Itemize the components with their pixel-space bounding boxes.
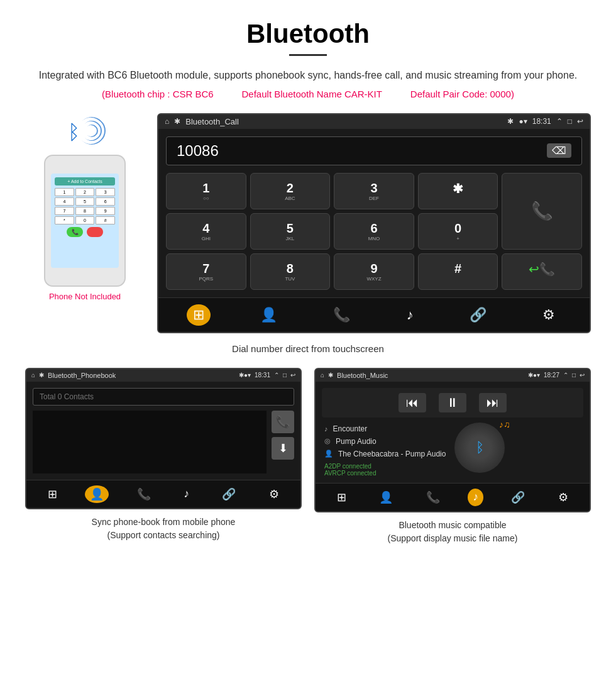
mu-link-icon[interactable]: 🔗: [506, 489, 530, 506]
pb-time: 18:31: [255, 372, 270, 379]
key-6[interactable]: 6MNO: [334, 213, 414, 250]
key-2[interactable]: 2ABC: [250, 173, 331, 209]
bt-icon-status: ✱: [507, 117, 514, 126]
track-person-icon: 👤: [324, 450, 333, 458]
mu-back: ↩: [580, 372, 585, 379]
mu-window: □: [572, 372, 576, 379]
dial-clock: 18:31: [532, 117, 551, 126]
phone-screen: + Add to Contacts 1 2 3 4 5 6 7 8 9 * 0 …: [51, 174, 119, 268]
mu-callhist-icon[interactable]: 📞: [421, 489, 445, 506]
music-controls: ⏮ ⏸ ⏭: [322, 388, 583, 418]
key-9[interactable]: 9WXYZ: [334, 253, 414, 290]
pb-link-icon[interactable]: 🔗: [217, 485, 241, 503]
settings-icon[interactable]: ⚙: [536, 304, 561, 326]
pb-bt-icon: ✱: [39, 372, 44, 379]
page-description: Integrated with BC6 Bluetooth module, su…: [25, 67, 591, 84]
phone-key-8: 8: [75, 207, 95, 215]
window-icon: □: [568, 117, 572, 126]
play-pause-button[interactable]: ⏸: [439, 393, 466, 412]
track-2-name: Pump Audio: [336, 437, 377, 446]
mu-home-icon: ⌂: [321, 372, 324, 379]
pb-back: ↩: [290, 372, 295, 379]
phonebook-screen: ⌂ ✱ Bluetooth_Phonebook ✱●▾ 18:31 ⌃ □ ↩ …: [25, 368, 302, 509]
car-dial-content: 10086 ⌫ 1○○ 2ABC 3DEF ✱ 📞 4GHI 5JKL 6MNO…: [158, 129, 590, 297]
phonebook-title: Bluetooth_Phonebook: [48, 372, 235, 379]
phone-key-9: 9: [96, 207, 115, 215]
mu-bt-icon: ✱: [328, 372, 333, 379]
music-bottombar: ⊞ 👤 📞 ♪ 🔗 ⚙: [316, 483, 590, 511]
car-dial-statusbar: ⌂ ✱ Bluetooth_Call ✱ ●▾ 18:31 ⌃ □ ↩: [158, 114, 590, 129]
track-note-icon: ♪: [324, 425, 328, 433]
phone-key-2: 2: [75, 188, 95, 196]
key-4[interactable]: 4GHI: [166, 213, 246, 250]
pb-settings-icon[interactable]: ⚙: [264, 485, 284, 503]
track-1: ♪ Encounter: [324, 423, 446, 435]
phonebook-caption: Sync phone-book from mobile phone(Suppor…: [25, 516, 302, 542]
key-5[interactable]: 5JKL: [250, 213, 331, 250]
backspace-button[interactable]: ⌫: [547, 143, 571, 158]
pb-contacts-icon[interactable]: 👤: [85, 485, 109, 503]
phone-image: + Add to Contacts 1 2 3 4 5 6 7 8 9 * 0 …: [44, 155, 126, 287]
avrcp-status: AVRCP connected: [324, 470, 446, 477]
album-bluetooth-icon: ᛒ: [476, 440, 484, 456]
mu-time: 18:27: [544, 372, 559, 379]
prev-track-button[interactable]: ⏮: [399, 393, 426, 412]
music-caption: Bluetooth music compatible(Support displ…: [314, 519, 591, 545]
music-statusbar: ⌂ ✱ Bluetooth_Music ✱●▾ 18:27 ⌃ □ ↩: [316, 369, 590, 382]
add-contacts-label: + Add to Contacts: [55, 177, 115, 185]
dial-section: ᛒ + Add to Contacts 1 2 3 4 5 6 7 8 9 *: [25, 113, 591, 333]
mu-contacts-icon[interactable]: 👤: [374, 489, 398, 506]
phone-keypad: 1 2 3 4 5 6 7 8 9 * 0 #: [55, 188, 115, 224]
next-track-button[interactable]: ⏭: [479, 393, 507, 412]
bluetooth-specs: (Bluetooth chip : CSR BC6 Default Blueto…: [25, 89, 591, 99]
key-hash[interactable]: #: [418, 253, 498, 290]
bt-chip: (Bluetooth chip : CSR BC6: [102, 89, 214, 99]
signal-arc-3: [72, 111, 111, 150]
track-3[interactable]: 👤 The Cheebacabra - Pump Audio: [324, 448, 446, 460]
phonebook-call-btn[interactable]: 📞: [272, 411, 294, 433]
key-1[interactable]: 1○○: [166, 173, 246, 209]
bt-signal-area: ᛒ: [63, 113, 107, 151]
bt-code: Default Pair Code: 0000): [410, 89, 514, 99]
call-history-icon[interactable]: 📞: [327, 304, 356, 326]
mu-dialpad-icon[interactable]: ⊞: [332, 489, 351, 506]
mu-music-icon[interactable]: ♪: [468, 489, 483, 506]
pb-callhist-icon[interactable]: 📞: [132, 485, 156, 503]
pb-window: □: [283, 372, 287, 379]
bt-status-icon: ✱: [174, 117, 180, 126]
music-icon[interactable]: ♪: [400, 304, 420, 326]
track-1-name: Encounter: [333, 424, 368, 433]
dialpad-icon[interactable]: ⊞: [187, 304, 211, 326]
key-0[interactable]: 0+: [418, 213, 498, 250]
phone-not-included-label: Phone Not Included: [49, 292, 121, 301]
phonebook-content: 📞 ⬇: [26, 382, 300, 480]
phone-key-5: 5: [75, 197, 95, 206]
pb-home-icon: ⌂: [31, 372, 35, 379]
music-notes-deco: ♪♫: [499, 419, 510, 429]
pb-dialpad-icon[interactable]: ⊞: [43, 485, 62, 503]
dial-caption: Dial number direct from touchscreen: [25, 343, 591, 354]
key-3[interactable]: 3DEF: [334, 173, 414, 209]
pb-expand: ⌃: [274, 372, 279, 379]
mu-expand: ⌃: [563, 372, 568, 379]
pb-bt-dot: ✱●▾: [239, 372, 251, 379]
phone-key-4: 4: [55, 197, 74, 206]
music-screen: ⌂ ✱ Bluetooth_Music ✱●▾ 18:27 ⌃ □ ↩ ⏮ ⏸ …: [314, 368, 591, 512]
key-7[interactable]: 7PQRS: [166, 253, 246, 290]
contacts-icon[interactable]: 👤: [254, 304, 283, 326]
music-track-list: ♪ Encounter ◎ Pump Audio 👤 The Cheebacab…: [322, 423, 448, 477]
pb-music-icon[interactable]: ♪: [179, 485, 194, 503]
music-block: ⌂ ✱ Bluetooth_Music ✱●▾ 18:27 ⌃ □ ↩ ⏮ ⏸ …: [314, 368, 591, 545]
back-icon: ↩: [577, 117, 583, 126]
redial-button[interactable]: ↩📞: [502, 253, 582, 290]
link-icon[interactable]: 🔗: [463, 304, 493, 326]
dial-screen-title: Bluetooth_Call: [185, 117, 502, 126]
phonebook-bottombar: ⊞ 👤 📞 ♪ 🔗 ⚙: [26, 480, 300, 508]
key-star[interactable]: ✱: [418, 173, 498, 209]
mu-settings-icon[interactable]: ⚙: [553, 489, 573, 506]
key-8[interactable]: 8TUV: [250, 253, 331, 290]
phonebook-download-btn[interactable]: ⬇: [272, 437, 294, 460]
dial-input-field[interactable]: 10086 ⌫: [166, 136, 582, 165]
phonebook-search[interactable]: [33, 388, 294, 406]
call-button[interactable]: 📞: [502, 173, 582, 250]
